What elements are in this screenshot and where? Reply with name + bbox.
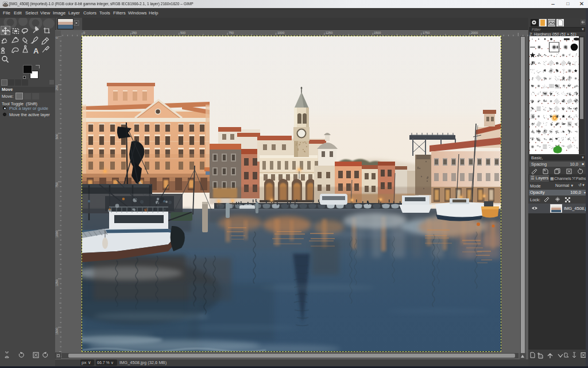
svg-text:1500: 1500: [55, 328, 59, 335]
svg-text:750: 750: [229, 31, 234, 34]
svg-text:250: 250: [55, 85, 59, 90]
svg-text:1500: 1500: [374, 31, 381, 34]
svg-text:250: 250: [131, 31, 137, 34]
svg-text:1000: 1000: [55, 231, 59, 237]
svg-text:0: 0: [55, 37, 59, 39]
svg-text:500: 500: [180, 31, 185, 34]
svg-text:0: 0: [83, 31, 85, 34]
svg-text:1250: 1250: [326, 31, 332, 34]
svg-text:750: 750: [55, 182, 59, 187]
svg-text:1000: 1000: [277, 31, 284, 34]
svg-text:2000: 2000: [471, 31, 478, 34]
svg-text:1250: 1250: [55, 279, 59, 286]
svg-text:500: 500: [55, 134, 59, 139]
svg-text:1750: 1750: [423, 31, 430, 34]
svg-text:A: A: [33, 47, 39, 55]
